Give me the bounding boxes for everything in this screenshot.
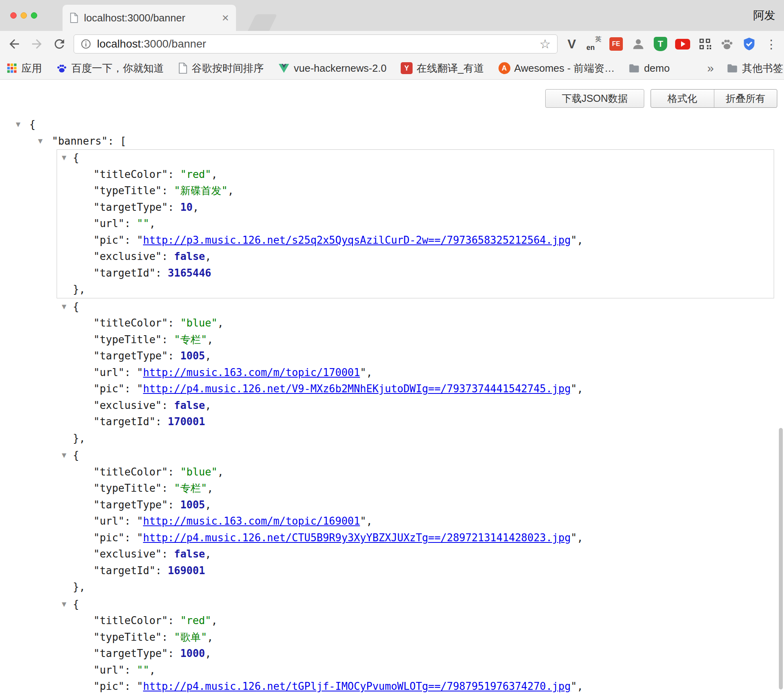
browser-tab[interactable]: localhost:3000/banner × — [63, 5, 236, 31]
shield-check-extension-icon[interactable] — [741, 36, 757, 52]
json-punctuation: : — [124, 234, 137, 246]
json-punctuation: : [ — [108, 135, 126, 147]
minimize-window-button[interactable] — [21, 12, 27, 19]
qr-code-extension-icon[interactable] — [697, 36, 713, 52]
address-bar[interactable]: localhost:3000/banner ☆ — [74, 34, 558, 53]
translate-extension-icon[interactable]: 英 en — [586, 36, 602, 52]
json-punctuation: : — [124, 532, 137, 544]
vertical-scrollbar[interactable] — [779, 428, 783, 689]
json-punctuation: , — [217, 466, 224, 478]
bookmark-baidu[interactable]: 百度一下，你就知道 — [56, 61, 164, 75]
forward-button[interactable] — [30, 37, 44, 51]
bookmark-demo-folder[interactable]: demo — [629, 62, 670, 74]
format-button-group: 格式化 折叠所有 — [651, 89, 777, 108]
json-line: "exclusive": false, — [57, 397, 774, 414]
other-bookmarks-folder[interactable]: 其他书签 — [727, 57, 783, 79]
browser-menu-icon[interactable]: ⋮ — [763, 36, 779, 52]
v-extension-icon[interactable]: V — [564, 36, 580, 52]
download-json-button[interactable]: 下载JSON数据 — [545, 89, 644, 108]
json-link[interactable]: http://p4.music.126.net/CTU5B9R9y3XyYBZX… — [143, 532, 571, 544]
bookmarks-overflow-chevron[interactable]: » — [707, 57, 714, 79]
back-button[interactable] — [7, 37, 21, 51]
close-window-button[interactable] — [10, 12, 17, 19]
bookmark-star-icon[interactable]: ☆ — [539, 38, 551, 50]
new-tab-button[interactable] — [248, 14, 277, 31]
browser-profile-name[interactable]: 阿发 — [753, 0, 775, 31]
collapse-triangle-icon[interactable]: ▼ — [62, 150, 67, 166]
json-line: "pic": "http://p4.music.126.net/CTU5B9R9… — [57, 530, 774, 546]
json-key: "exclusive" — [93, 399, 162, 411]
reload-button[interactable] — [52, 37, 67, 51]
json-key: "targetType" — [93, 499, 168, 511]
fe-extension-icon[interactable]: FE — [608, 36, 624, 52]
tab-title: localhost:3000/banner — [84, 12, 216, 24]
bookmark-vue-hackernews[interactable]: vue-hackernews-2.0 — [278, 62, 386, 74]
folder-icon — [629, 64, 640, 73]
bookmark-youdao[interactable]: Y 在线翻译_有道 — [401, 61, 484, 75]
json-key: "targetType" — [93, 201, 168, 213]
json-punctuation: , — [205, 647, 211, 659]
json-key: "titleColor" — [93, 168, 168, 180]
json-object: ▼{"titleColor": "blue","typeTitle": "专栏"… — [57, 447, 774, 596]
json-value-string: "专栏" — [174, 334, 207, 346]
bookmark-label: 应用 — [21, 61, 42, 75]
fullscreen-window-button[interactable] — [31, 12, 37, 19]
json-punctuation: , — [366, 367, 373, 378]
json-link[interactable]: http://p4.music.126.net/V9-MXz6b2MNhEKju… — [143, 383, 571, 395]
json-line: ▼"banners": [ — [0, 133, 784, 150]
browser-toolbar: localhost:3000/banner ☆ V 英 en FE T ⋮ — [0, 31, 784, 57]
json-key: "url" — [93, 367, 124, 378]
json-punctuation: " — [137, 515, 143, 527]
bookmark-apps[interactable]: 应用 — [6, 61, 42, 75]
json-link[interactable]: http://music.163.com/m/topic/170001 — [143, 367, 360, 378]
collapse-triangle-icon[interactable]: ▼ — [62, 447, 67, 464]
bookmark-google-sort[interactable]: 谷歌按时间排序 — [178, 61, 264, 75]
youtube-extension-icon[interactable] — [675, 36, 691, 52]
json-punctuation: , — [205, 499, 211, 511]
tab-close-icon[interactable]: × — [222, 12, 229, 24]
page-info-icon[interactable] — [80, 38, 91, 50]
bookmark-awesomes[interactable]: A Awesomes - 前端资… — [499, 61, 615, 75]
bookmark-label: Awesomes - 前端资… — [514, 61, 615, 75]
json-open-brace: { — [73, 301, 79, 313]
paw-extension-icon[interactable] — [719, 36, 735, 52]
json-tree: ▼{▼"banners": [▼{"titleColor": "red","ty… — [0, 116, 784, 695]
collapse-triangle-icon[interactable]: ▼ — [16, 116, 21, 133]
json-key: "typeTitle" — [93, 631, 162, 643]
json-punctuation: , — [207, 334, 213, 346]
collapse-all-button[interactable]: 折叠所有 — [714, 90, 777, 107]
collapse-triangle-icon[interactable]: ▼ — [62, 596, 67, 613]
json-link[interactable]: http://p3.music.126.net/s25q2x5QyqsAzilC… — [143, 234, 571, 246]
json-link[interactable]: http://p4.music.126.net/tGPljf-IMOCyPvum… — [143, 680, 571, 692]
format-button[interactable]: 格式化 — [651, 90, 714, 107]
json-line: "url": "http://music.163.com/m/topic/170… — [57, 365, 774, 381]
json-value-number: 170001 — [168, 416, 205, 428]
json-key: "titleColor" — [93, 317, 168, 329]
json-value-string: "" — [137, 664, 149, 676]
json-punctuation: : — [162, 185, 174, 197]
url-text[interactable]: localhost:3000/banner — [97, 38, 534, 50]
json-line: }, — [57, 281, 774, 298]
json-punctuation: , — [228, 185, 234, 197]
json-link[interactable]: http://music.163.com/m/topic/169001 — [143, 515, 360, 527]
json-punctuation: : — [168, 168, 180, 180]
json-key: "pic" — [93, 680, 124, 692]
json-line: }, — [57, 579, 774, 596]
json-punctuation: : — [124, 367, 137, 378]
collapse-triangle-icon[interactable]: ▼ — [38, 133, 43, 150]
json-value-number: false — [174, 548, 205, 560]
t-shield-extension-icon[interactable]: T — [653, 36, 668, 52]
json-key: "banners" — [52, 135, 108, 147]
json-punctuation: , — [205, 548, 211, 560]
json-key: "targetId" — [93, 416, 156, 428]
json-line: ▼{ — [57, 299, 774, 315]
json-open-brace: { — [73, 598, 79, 610]
json-punctuation: , — [192, 201, 199, 213]
json-line: ▼{ — [57, 596, 774, 613]
json-punctuation: : — [168, 647, 180, 659]
apps-grid-icon — [6, 63, 17, 74]
json-value-string: "新碟首发" — [174, 185, 228, 197]
person-extension-icon[interactable] — [630, 36, 646, 52]
collapse-triangle-icon[interactable]: ▼ — [62, 299, 67, 315]
json-line: "typeTitle": "歌单", — [57, 629, 774, 646]
